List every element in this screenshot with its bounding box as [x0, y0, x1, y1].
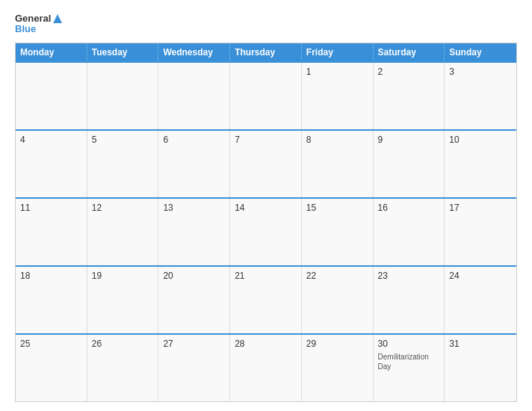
week-row-2: 45678910 [16, 129, 516, 197]
calendar-cell: 17 [445, 199, 516, 265]
day-number: 9 [378, 135, 440, 145]
day-number: 22 [306, 271, 368, 281]
day-number: 18 [20, 271, 82, 281]
header-friday: Friday [302, 43, 374, 61]
logo: General Blue [15, 13, 63, 35]
day-number: 7 [235, 135, 297, 145]
calendar-cell: 29 [302, 335, 374, 401]
calendar-cell: 2 [374, 63, 445, 129]
calendar-cell [16, 63, 87, 129]
header-monday: Monday [16, 43, 87, 61]
calendar-cell: 30Demilitarization Day [374, 335, 445, 401]
week-row-1: 123 [16, 61, 516, 129]
logo-blue-text: Blue [15, 24, 36, 34]
header-thursday: Thursday [230, 43, 302, 61]
calendar-cell: 4 [16, 131, 87, 197]
calendar-cell: 25 [16, 335, 87, 401]
calendar-cell: 8 [302, 131, 374, 197]
week-row-3: 11121314151617 [16, 197, 516, 265]
calendar-cell: 26 [87, 335, 159, 401]
calendar-cell: 28 [230, 335, 302, 401]
header: General Blue [15, 13, 517, 35]
calendar-cell: 15 [302, 199, 374, 265]
day-number: 28 [235, 339, 297, 349]
calendar-cell: 12 [87, 199, 159, 265]
day-number: 23 [378, 271, 440, 281]
header-sunday: Sunday [445, 43, 516, 61]
svg-marker-0 [53, 14, 62, 23]
calendar-cell: 21 [230, 267, 302, 333]
calendar-cell: 11 [16, 199, 87, 265]
calendar-cell: 16 [374, 199, 445, 265]
day-number: 16 [378, 203, 440, 213]
calendar-cell: 13 [158, 199, 230, 265]
header-wednesday: Wednesday [158, 43, 230, 61]
day-number: 12 [92, 203, 154, 213]
calendar-cell: 7 [230, 131, 302, 197]
day-number: 17 [449, 203, 512, 213]
logo-general-text: General [15, 13, 51, 24]
logo-icon [52, 13, 63, 24]
calendar-body: 1234567891011121314151617181920212223242… [16, 61, 516, 401]
calendar-cell: 31 [445, 335, 516, 401]
calendar-header: Monday Tuesday Wednesday Thursday Friday… [16, 43, 516, 61]
day-number: 10 [449, 135, 512, 145]
day-number: 8 [306, 135, 368, 145]
day-number: 11 [20, 203, 82, 213]
day-number: 6 [163, 135, 225, 145]
day-number: 29 [306, 339, 368, 349]
week-row-5: 252627282930Demilitarization Day31 [16, 333, 516, 401]
day-number: 20 [163, 271, 225, 281]
calendar-cell [230, 63, 302, 129]
calendar-page: General Blue Monday Tuesday Wednesday Th… [0, 0, 532, 411]
calendar-cell: 19 [87, 267, 159, 333]
calendar: Monday Tuesday Wednesday Thursday Friday… [15, 43, 517, 402]
day-event: Demilitarization Day [378, 352, 440, 371]
day-number: 14 [235, 203, 297, 213]
calendar-cell: 9 [374, 131, 445, 197]
calendar-cell: 22 [302, 267, 374, 333]
calendar-cell: 6 [158, 131, 230, 197]
week-row-4: 18192021222324 [16, 265, 516, 333]
calendar-cell [87, 63, 159, 129]
day-number: 15 [306, 203, 368, 213]
calendar-cell: 3 [445, 63, 516, 129]
day-number: 3 [449, 67, 512, 77]
header-tuesday: Tuesday [87, 43, 159, 61]
day-number: 2 [378, 67, 440, 77]
calendar-cell: 20 [158, 267, 230, 333]
day-number: 30 [378, 339, 440, 349]
calendar-cell: 18 [16, 267, 87, 333]
day-number: 4 [20, 135, 82, 145]
header-saturday: Saturday [374, 43, 445, 61]
calendar-cell [158, 63, 230, 129]
day-number: 21 [235, 271, 297, 281]
day-number: 1 [306, 67, 368, 77]
calendar-cell: 23 [374, 267, 445, 333]
calendar-cell: 27 [158, 335, 230, 401]
calendar-cell: 10 [445, 131, 516, 197]
calendar-cell: 24 [445, 267, 516, 333]
calendar-cell: 14 [230, 199, 302, 265]
day-number: 27 [163, 339, 225, 349]
day-number: 24 [449, 271, 512, 281]
day-number: 19 [92, 271, 154, 281]
calendar-cell: 1 [302, 63, 374, 129]
calendar-cell: 5 [87, 131, 159, 197]
day-number: 26 [92, 339, 154, 349]
day-number: 13 [163, 203, 225, 213]
day-number: 5 [92, 135, 154, 145]
day-number: 25 [20, 339, 82, 349]
day-number: 31 [449, 339, 512, 349]
